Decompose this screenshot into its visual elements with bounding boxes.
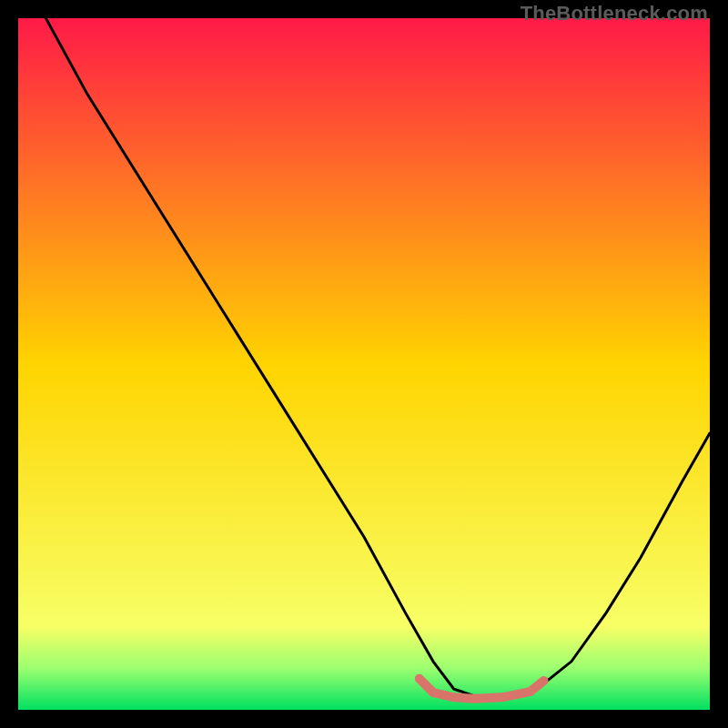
- bottleneck-chart: [18, 18, 710, 710]
- chart-frame: [18, 18, 710, 710]
- chart-background: [18, 18, 710, 710]
- watermark-text: TheBottleneck.com: [521, 2, 708, 25]
